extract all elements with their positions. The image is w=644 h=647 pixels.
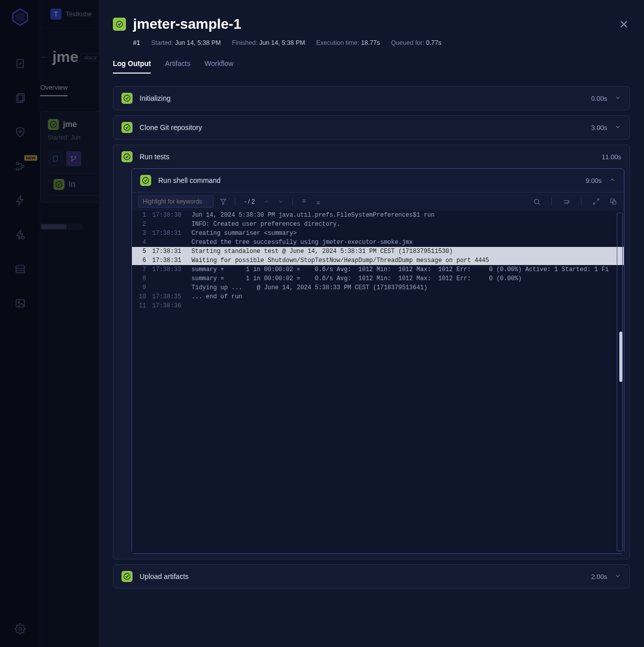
line-number: 8 [132,274,152,283]
line-message: Waiting for possible Shutdown/StopTestNo… [191,256,624,265]
step-head[interactable]: Run shell command 9.00s [132,169,624,192]
log-line[interactable]: 4Created the tree successfully using jme… [132,238,624,247]
status-success-icon [113,18,126,31]
step-head[interactable]: Initializing 0.00s [113,87,629,110]
svg-point-28 [143,177,149,183]
step-clone: Clone Git repository 3.00s [113,115,630,140]
next-match-icon[interactable] [276,197,285,206]
svg-point-38 [124,573,130,579]
prev-match-icon[interactable] [262,197,271,206]
line-number: 11 [132,301,152,310]
search-icon[interactable] [532,197,541,206]
svg-point-25 [124,95,130,101]
tab-workflow[interactable]: Workflow [205,59,233,74]
line-message: summary = 1 in 00:00:02 = 0.6/s Avg: 101… [191,274,624,283]
line-message: summary + 1 in 00:00:02 = 0.6/s Avg: 101… [191,265,624,274]
log-line[interactable]: 117:38:30Jun 14, 2024 5:38:30 PM java.ut… [132,211,624,220]
line-number: 4 [132,238,152,247]
line-timestamp: 17:38:31 [152,247,191,256]
status-success-icon [121,122,133,133]
step-head[interactable]: Run tests 11.00s [113,145,629,168]
line-timestamp [152,220,191,229]
line-number: 2 [132,220,152,229]
line-timestamp [152,274,191,283]
line-timestamp: 17:38:33 [152,265,191,274]
tab-log-output[interactable]: Log Output [113,59,151,74]
meta-row: #1 Started: Jun 14, 5:38 PM Finished: Ju… [133,39,630,46]
step-title: Upload artifacts [140,572,188,580]
line-timestamp [152,283,191,292]
filter-icon[interactable] [219,197,228,206]
copy-icon[interactable] [609,197,618,206]
scroll-top-icon[interactable] [300,197,309,206]
svg-line-35 [594,202,596,204]
step-initializing: Initializing 0.00s [113,86,630,110]
step-run-tests: Run tests 11.00s Run shell command 9.00s [113,145,630,559]
expand-icon[interactable] [592,197,601,206]
line-number: 3 [132,229,152,238]
meta-finished: Finished: Jun 14, 5:38 PM [232,39,305,46]
step-upload: Upload artifacts 2.00s [113,564,630,589]
meta-queued: Queued for: 0.77s [391,39,441,46]
log-area[interactable]: 117:38:30Jun 14, 2024 5:38:30 PM java.ut… [132,211,624,553]
svg-line-34 [597,199,599,201]
log-line[interactable]: 617:38:31Waiting for possible Shutdown/S… [132,256,624,265]
line-message: Creating summariser <summary> [191,229,624,238]
svg-line-33 [538,203,540,205]
line-timestamp: 17:38:30 [152,211,191,220]
log-line[interactable]: 1117:38:36 [132,301,624,310]
modal-tabs: Log Output Artifacts Workflow [113,59,630,74]
run-number: #1 [133,39,140,46]
tab-artifacts[interactable]: Artifacts [165,59,190,74]
line-number: 5 [132,247,152,256]
line-timestamp: 17:38:36 [152,301,191,310]
scrollbar-track[interactable] [617,213,623,551]
step-head[interactable]: Clone Git repository 3.00s [113,116,629,139]
step-run-shell: Run shell command 9.00s - / 2 [132,168,624,554]
line-message: Created the tree successfully using jmet… [191,238,624,247]
chevron-down-icon [614,123,621,132]
step-title: Clone Git repository [140,123,202,132]
chevron-down-icon [614,572,621,581]
status-success-icon [121,571,133,582]
line-timestamp [152,238,191,247]
svg-point-27 [124,154,130,160]
scrollbar-thumb[interactable] [619,332,622,382]
svg-point-32 [534,199,539,204]
log-line[interactable]: 717:38:33summary + 1 in 00:00:02 = 0.6/s… [132,265,624,274]
log-line[interactable]: 9Tidying up ... @ June 14, 2024 5:38:33 … [132,283,624,292]
scroll-bottom-icon[interactable] [314,197,323,206]
step-time: 3.00s [591,124,607,132]
svg-point-26 [124,124,130,131]
step-head[interactable]: Upload artifacts 2.00s [113,565,629,588]
line-number: 9 [132,283,152,292]
step-time: 11.00s [602,153,621,161]
close-button[interactable] [618,18,630,30]
line-message: INFO: Created user preferences directory… [191,220,624,229]
divider [235,198,235,206]
line-timestamp: 17:38:31 [152,229,191,238]
step-time: 2.00s [591,573,607,580]
step-title: Run tests [140,153,169,161]
line-timestamp: 17:38:31 [152,256,191,265]
log-line[interactable]: 2INFO: Created user preferences director… [132,220,624,229]
log-line[interactable]: 1017:38:35... end of run [132,292,624,301]
line-timestamp: 17:38:35 [152,292,191,301]
line-number: 7 [132,265,152,274]
svg-marker-29 [221,199,226,205]
log-line[interactable]: 8summary = 1 in 00:00:02 = 0.6/s Avg: 10… [132,274,624,283]
status-success-icon [140,175,151,186]
log-line[interactable]: 317:38:31Creating summariser <summary> [132,229,624,238]
log-line[interactable]: 517:38:31Starting standalone test @ June… [132,247,624,256]
step-time: 0.00s [591,95,607,102]
match-counter: - / 2 [242,198,257,205]
highlight-input[interactable] [138,196,214,208]
chevron-up-icon [609,176,616,185]
status-success-icon [121,151,133,162]
line-message: Tidying up ... @ June 14, 2024 5:38:33 P… [191,283,624,292]
chevron-down-icon [614,94,621,103]
divider [551,197,552,205]
wrap-icon[interactable] [562,197,571,206]
line-message: Jun 14, 2024 5:38:30 PM java.util.prefs.… [191,211,624,220]
status-success-icon [121,93,133,104]
